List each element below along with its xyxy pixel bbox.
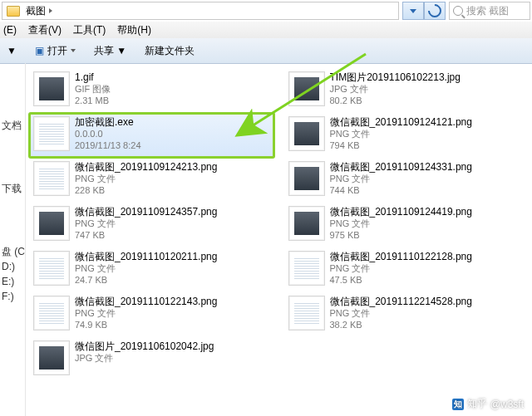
file-item[interactable]: 微信截图_20191109124213.pngPNG 文件228 KB (29, 158, 274, 203)
file-size: 24.7 KB (75, 274, 270, 286)
file-item[interactable]: 微信截图_20191109124121.pngPNG 文件794 KB (284, 113, 530, 158)
sidebar-group[interactable]: F:) (2, 289, 25, 304)
menu-bar: (E) 查看(V) 工具(T) 帮助(H) (0, 22, 532, 39)
file-item[interactable]: 微信截图_20191112214528.pngPNG 文件38.2 KB (284, 292, 530, 337)
refresh-button[interactable] (424, 2, 446, 20)
share-label: 共享 ▼ (94, 44, 126, 58)
file-name: 微信截图_20191109124331.png (330, 161, 525, 173)
folder-icon (6, 3, 21, 18)
sidebar-group[interactable]: 盘 (C:) (2, 244, 25, 259)
file-item[interactable]: 微信截图_20191109124357.pngPNG 文件747 KB (29, 203, 274, 247)
file-type: PNG 文件 (75, 218, 270, 229)
menu-help[interactable]: 帮助(H) (117, 23, 151, 37)
file-size: 2019/11/13 8:24 (75, 139, 270, 151)
file-name: 微信截图_20191109124213.png (75, 161, 270, 173)
file-size: 74.9 KB (75, 319, 270, 330)
file-type: PNG 文件 (75, 262, 270, 274)
file-item[interactable]: 微信截图_20191110122128.pngPNG 文件47.5 KB (284, 247, 530, 292)
refresh-icon (426, 2, 445, 21)
file-name: 微信截图_20191112214528.png (330, 296, 525, 307)
file-meta: 微信截图_20191109124213.pngPNG 文件228 KB (75, 161, 270, 196)
address-bar: 截图 搜索 截图 (0, 0, 532, 22)
file-item[interactable]: TIM图片20191106102213.jpgJPG 文件80.2 KB (284, 68, 530, 113)
file-thumbnail (288, 116, 325, 151)
file-thumbnail (33, 251, 70, 286)
file-thumbnail (288, 71, 325, 106)
breadcrumb-label: 截图 (26, 4, 46, 18)
organize-button[interactable]: ▼ (3, 43, 20, 58)
file-meta: 1.gifGIF 图像2.31 MB (75, 71, 270, 106)
file-item[interactable]: 微信图片_20191106102042.jpgJPG 文件 (29, 337, 274, 382)
file-type: PNG 文件 (330, 262, 525, 274)
menu-tools[interactable]: 工具(T) (73, 23, 106, 37)
navigation-pane[interactable]: 文档 下载 盘 (C:) D:) E:) F:) (0, 63, 26, 416)
file-name: 微信截图_20191110120211.png (75, 251, 270, 262)
file-thumbnail (288, 206, 325, 241)
file-size: 975 KB (330, 229, 525, 241)
file-meta: TIM图片20191106102213.jpgJPG 文件80.2 KB (330, 71, 525, 106)
file-type: PNG 文件 (330, 173, 525, 184)
file-size: 2.31 MB (75, 95, 270, 106)
file-meta: 微信截图_20191110122143.pngPNG 文件74.9 KB (75, 296, 270, 330)
file-meta: 微信截图_20191110122128.pngPNG 文件47.5 KB (330, 251, 525, 286)
search-input[interactable]: 搜索 截图 (449, 2, 530, 20)
menu-edit[interactable]: (E) (3, 24, 17, 36)
file-meta: 微信截图_20191110120211.pngPNG 文件24.7 KB (75, 251, 270, 286)
history-dropdown-button[interactable] (402, 2, 424, 20)
file-name: 微信截图_20191110122128.png (330, 251, 525, 262)
sidebar-group[interactable]: E:) (2, 274, 25, 289)
breadcrumb-segment[interactable]: 截图 (21, 2, 57, 19)
file-meta: 微信截图_20191109124121.pngPNG 文件794 KB (330, 116, 525, 151)
watermark-handle: @w3sft (490, 399, 524, 410)
command-bar: ▼ ▣ 打开 共享 ▼ 新建文件夹 (0, 38, 532, 64)
file-item[interactable]: 微信截图_20191109124331.pngPNG 文件744 KB (284, 158, 530, 203)
file-thumbnail (288, 296, 325, 330)
file-item[interactable]: 加密截图.exe0.0.0.02019/11/13 8:24 (29, 113, 274, 158)
file-name: 微信截图_20191109124419.png (330, 206, 525, 218)
file-meta: 微信截图_20191109124419.pngPNG 文件975 KB (330, 206, 525, 241)
file-type: PNG 文件 (330, 218, 525, 229)
explorer-body: 文档 下载 盘 (C:) D:) E:) F:) 1.gifGIF 图像2.31… (0, 63, 532, 416)
file-type: JPG 文件 (330, 83, 525, 95)
search-icon (453, 6, 463, 16)
sidebar-group[interactable]: D:) (2, 259, 25, 274)
chevron-down-icon (71, 49, 76, 52)
file-name: 微信截图_20191110122143.png (75, 296, 270, 307)
file-name: 微信截图_20191109124121.png (330, 116, 525, 128)
chevron-down-icon (410, 9, 416, 13)
file-thumbnail (33, 71, 70, 106)
new-folder-button[interactable]: 新建文件夹 (141, 42, 198, 60)
file-thumbnail (33, 206, 70, 241)
file-thumbnail (33, 116, 70, 151)
share-button[interactable]: 共享 ▼ (91, 42, 130, 60)
chevron-right-icon (49, 8, 52, 13)
file-item[interactable]: 微信截图_20191110122143.pngPNG 文件74.9 KB (29, 292, 274, 337)
file-size: 794 KB (330, 139, 525, 151)
open-label: 打开 (47, 44, 67, 58)
sidebar-group[interactable]: 下载 (2, 181, 25, 196)
file-thumbnail (33, 340, 70, 375)
file-type: 0.0.0.0 (75, 128, 270, 139)
file-meta: 微信截图_20191109124357.pngPNG 文件747 KB (75, 206, 270, 241)
breadcrumb[interactable]: 截图 (2, 2, 399, 20)
file-thumbnail (33, 296, 70, 330)
file-thumbnail (288, 161, 325, 196)
file-size: 747 KB (75, 229, 270, 241)
file-list-pane[interactable]: 1.gifGIF 图像2.31 MBTIM图片20191106102213.jp… (26, 63, 532, 416)
file-size: 47.5 KB (330, 274, 525, 286)
file-meta: 加密截图.exe0.0.0.02019/11/13 8:24 (75, 116, 270, 151)
open-button[interactable]: ▣ 打开 (32, 42, 79, 60)
file-name: 微信截图_20191109124357.png (75, 206, 270, 218)
new-folder-label: 新建文件夹 (145, 44, 195, 58)
file-size: 80.2 KB (330, 95, 525, 106)
file-item[interactable]: 微信截图_20191110120211.pngPNG 文件24.7 KB (29, 247, 274, 292)
file-meta: 微信截图_20191109124331.pngPNG 文件744 KB (330, 161, 525, 196)
file-name: 加密截图.exe (75, 116, 270, 128)
file-item[interactable]: 微信截图_20191109124419.pngPNG 文件975 KB (284, 203, 530, 247)
menu-view[interactable]: 查看(V) (28, 23, 62, 37)
file-item[interactable]: 1.gifGIF 图像2.31 MB (29, 68, 274, 113)
zhihu-logo-icon: 知 (452, 399, 464, 410)
file-thumbnail (288, 251, 325, 286)
sidebar-group[interactable]: 文档 (2, 118, 25, 133)
watermark-brand: 知乎 (467, 397, 487, 411)
